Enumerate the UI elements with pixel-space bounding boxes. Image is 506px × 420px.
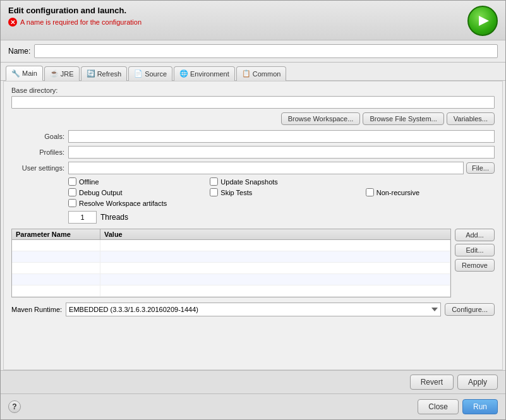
user-settings-input[interactable] (68, 162, 464, 174)
non-recursive-checkbox[interactable] (366, 188, 374, 196)
debug-output-checkbox[interactable] (68, 188, 76, 196)
main-tab-icon: 🔧 (11, 69, 20, 78)
base-directory-input[interactable] (11, 96, 495, 109)
maven-runtime-row: Maven Runtime: EMBEDDED (3.3.3/1.6.3.201… (11, 303, 495, 316)
update-snapshots-label: Update Snapshots (220, 178, 278, 186)
browse-filesystem-button[interactable]: Browse File System... (363, 112, 443, 125)
bottom-right: Close Run (418, 399, 498, 414)
error-icon: ✕ (8, 18, 17, 27)
table-row[interactable] (12, 274, 450, 285)
environment-tab-icon: 🌐 (179, 69, 188, 78)
table-cell-value (100, 263, 450, 273)
table-area: Parameter Name Value (11, 229, 495, 297)
table-cell-value (100, 285, 450, 296)
configure-button[interactable]: Configure... (445, 303, 495, 316)
tab-main[interactable]: 🔧 Main (6, 66, 43, 81)
dialog: Edit configuration and launch. ✕ A name … (0, 0, 506, 420)
profiles-label: Profiles: (11, 148, 68, 156)
offline-checkbox[interactable] (68, 177, 76, 186)
maven-runtime-label: Maven Runtime: (11, 306, 62, 313)
goals-input[interactable] (68, 130, 495, 143)
apply-button[interactable]: Apply (457, 375, 498, 390)
offline-label: Offline (79, 178, 99, 186)
table-cell-name (12, 274, 100, 285)
tab-jre[interactable]: ☕ JRE (44, 66, 80, 81)
close-button[interactable]: Close (418, 399, 459, 414)
dialog-title: Edit configuration and launch. (8, 6, 142, 15)
tab-refresh[interactable]: 🔄 Refresh (81, 66, 128, 81)
jre-tab-icon: ☕ (50, 69, 59, 78)
title-bar: Edit configuration and launch. ✕ A name … (1, 1, 505, 40)
add-button[interactable]: Add... (455, 229, 495, 241)
table-body (12, 240, 450, 297)
apply-revert-bar: Revert Apply (1, 370, 505, 393)
edit-button[interactable]: Edit... (455, 244, 495, 256)
col-header-value: Value (100, 229, 450, 239)
debug-output-checkbox-item: Debug Output (68, 188, 197, 196)
tab-main-label: Main (22, 69, 37, 77)
table-cell-name (12, 263, 100, 273)
user-settings-label: User settings: (11, 164, 68, 172)
skip-tests-label: Skip Tests (220, 189, 252, 196)
table-row[interactable] (12, 263, 450, 274)
table-row[interactable] (12, 285, 450, 297)
remove-button[interactable]: Remove (455, 259, 495, 272)
update-snapshots-checkbox-item: Update Snapshots (210, 177, 352, 186)
help-button[interactable]: ? (8, 400, 21, 413)
bottom-left: ? (8, 400, 21, 413)
error-row: ✕ A name is required for the configurati… (8, 18, 142, 27)
debug-output-label: Debug Output (79, 189, 123, 196)
table-buttons: Add... Edit... Remove (455, 229, 495, 297)
table-cell-value (100, 251, 450, 262)
param-table: Parameter Name Value (11, 229, 451, 297)
title-text-area: Edit configuration and launch. ✕ A name … (8, 6, 142, 27)
profiles-row: Profiles: (11, 146, 495, 159)
run-launch-button[interactable] (467, 6, 498, 36)
table-cell-value (100, 240, 450, 251)
offline-checkbox-item: Offline (68, 177, 197, 186)
browse-buttons-row: Browse Workspace... Browse File System..… (11, 112, 495, 125)
browse-workspace-button[interactable]: Browse Workspace... (281, 112, 361, 125)
tab-source-label: Source (145, 70, 167, 78)
update-snapshots-checkbox[interactable] (210, 177, 218, 186)
resolve-checkbox[interactable] (68, 199, 76, 207)
source-tab-icon: 📄 (134, 69, 143, 78)
skip-tests-checkbox[interactable] (210, 188, 218, 196)
run-button[interactable]: Run (462, 399, 498, 414)
tab-common[interactable]: 📋 Common (236, 66, 287, 81)
name-input[interactable] (34, 44, 498, 58)
table-cell-name (12, 285, 100, 296)
checkbox-grid: Offline Update Snapshots Debug Output Sk… (68, 177, 495, 196)
table-row[interactable] (12, 251, 450, 263)
resolve-row: Resolve Workspace artifacts (68, 199, 495, 207)
tab-environment[interactable]: 🌐 Environment (174, 66, 235, 81)
refresh-tab-icon: 🔄 (87, 69, 95, 78)
resolve-label: Resolve Workspace artifacts (79, 200, 167, 207)
common-tab-icon: 📋 (242, 69, 251, 78)
user-settings-row: User settings: File... (11, 162, 495, 174)
bottom-bar: ? Close Run (1, 393, 505, 419)
error-message: A name is required for the configuration (20, 18, 142, 26)
threads-label: Threads (100, 213, 128, 222)
col-header-name: Parameter Name (12, 229, 100, 239)
non-recursive-checkbox-item: Non-recursive (366, 188, 495, 196)
maven-runtime-select[interactable]: EMBEDDED (3.3.3/1.6.3.20160209-1444) (66, 303, 441, 316)
tab-refresh-label: Refresh (97, 70, 122, 78)
non-recursive-label: Non-recursive (376, 189, 419, 196)
table-cell-value (100, 274, 450, 285)
table-cell-name (12, 240, 100, 251)
profiles-input[interactable] (68, 146, 495, 159)
table-row[interactable] (12, 240, 450, 251)
tab-source[interactable]: 📄 Source (128, 66, 172, 81)
table-header: Parameter Name Value (12, 229, 450, 240)
skip-tests-checkbox-item: Skip Tests (210, 188, 352, 196)
name-label: Name: (8, 47, 30, 56)
tab-jre-label: JRE (61, 70, 74, 78)
table-cell-name (12, 251, 100, 262)
variables-button[interactable]: Variables... (447, 112, 495, 125)
revert-button[interactable]: Revert (410, 375, 454, 390)
threads-input[interactable] (68, 211, 97, 224)
file-button[interactable]: File... (466, 162, 495, 174)
tab-common-label: Common (253, 70, 281, 78)
goals-row: Goals: (11, 130, 495, 143)
